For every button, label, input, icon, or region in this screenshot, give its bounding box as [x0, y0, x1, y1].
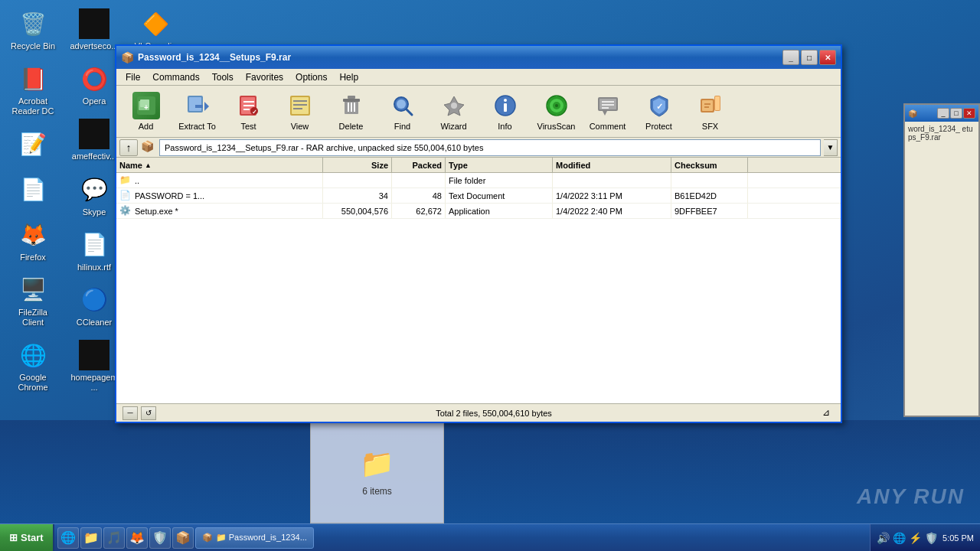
col-header-checksum[interactable]: Checksum: [671, 158, 748, 172]
test-label: Test: [240, 122, 256, 131]
status-buttons: ─ ↺: [122, 406, 156, 420]
taskbar-firefox-taskbar[interactable]: 🦊: [126, 527, 148, 549]
second-winrar-window[interactable]: 📦 _ □ ✕ word_is_1234_ etups_F9.rar: [903, 103, 980, 417]
desktop-icon-acrobat[interactable]: 📕 Acrobat Reader DC: [6, 61, 60, 119]
second-win-close[interactable]: ✕: [963, 108, 975, 119]
file-name-cell: 📄 PASSWORD = 1...: [116, 188, 323, 203]
menu-file[interactable]: File: [119, 70, 146, 84]
word2-icon: 📄: [18, 174, 48, 205]
address-input[interactable]: [159, 139, 821, 156]
winrar-window: 📦 Password_is_1234__Setups_F9.rar _ □ ✕ …: [115, 44, 842, 423]
status-btn-2[interactable]: ↺: [141, 406, 156, 420]
desktop-icon-hilinux[interactable]: 📄 hilinux.rtf: [67, 227, 121, 275]
taskbar-item-icon: 📦: [202, 533, 213, 543]
desktop-icon-ccleaner[interactable]: 🔵 CCleaner: [67, 282, 121, 330]
toolbar-virusscan-button[interactable]: VirusScan: [531, 89, 581, 135]
delete-icon: [338, 92, 365, 119]
second-win-minimize[interactable]: _: [937, 108, 949, 119]
file-name-cell: ⚙️ Setup.exe *: [116, 204, 323, 218]
delete-label: Delete: [339, 122, 364, 131]
exe-file-icon: ⚙️: [119, 205, 132, 217]
desktop-icon-word1[interactable]: 📝: [6, 127, 60, 165]
col-header-size[interactable]: Size: [323, 158, 392, 172]
second-win-controls: _ □ ✕: [937, 108, 975, 119]
menu-tools[interactable]: Tools: [206, 70, 240, 84]
desktop-icon-filezilla[interactable]: 🖥️ FileZilla Client: [6, 272, 60, 330]
taskbar-virus-taskbar[interactable]: 🛡️: [149, 527, 171, 549]
col-header-type[interactable]: Type: [446, 158, 553, 172]
desktop-icon-word2[interactable]: 📄: [6, 172, 60, 210]
toolbar-info-button[interactable]: Info: [480, 89, 530, 135]
toolbar-add-button[interactable]: + Add: [121, 89, 171, 135]
table-row[interactable]: 📁 .. File folder: [116, 173, 841, 188]
tray-icon-3[interactable]: ⚡: [909, 532, 922, 544]
status-bar: ─ ↺ Total 2 files, 550,004,610 bytes ⊿: [116, 403, 841, 422]
tray-icon-virus[interactable]: 🛡️: [925, 532, 938, 544]
col-header-modified[interactable]: Modified: [553, 158, 671, 172]
table-row[interactable]: ⚙️ Setup.exe * 550,004,576 62,672 Applic…: [116, 204, 841, 219]
file-type-cell: Text Document: [446, 188, 553, 203]
desktop-icon-ameffect[interactable]: ameffectiv...: [67, 116, 121, 164]
maximize-button[interactable]: □: [801, 50, 818, 65]
comment-icon: [594, 92, 622, 119]
menu-commands[interactable]: Commands: [146, 70, 205, 84]
svg-rect-33: [504, 103, 507, 112]
col-header-name[interactable]: Name ▲: [116, 158, 323, 172]
taskbar-rar-taskbar[interactable]: 📦: [172, 527, 194, 549]
menu-help[interactable]: Help: [333, 70, 364, 84]
desktop-icon-skype[interactable]: 💬 Skype: [67, 172, 121, 220]
recycle-bin-icon: 🗑️: [18, 8, 48, 39]
table-row[interactable]: 📄 PASSWORD = 1... 34 48 Text Document 1/…: [116, 188, 841, 204]
opera-label: Opera: [83, 96, 106, 106]
taskbar-explorer-button[interactable]: 📁: [80, 527, 102, 549]
toolbar-delete-button[interactable]: Delete: [326, 89, 376, 135]
acrobat-icon: 📕: [18, 64, 48, 94]
toolbar-test-button[interactable]: ✓ Test: [224, 89, 273, 135]
file-list-header: Name ▲ Size Packed Type Modified Checksu…: [116, 158, 841, 173]
file-size-cell: [323, 173, 392, 187]
address-dropdown[interactable]: ▼: [824, 139, 838, 156]
menu-options[interactable]: Options: [289, 70, 333, 84]
toolbar-comment-button[interactable]: Comment: [583, 89, 632, 135]
toolbar-wizard-button[interactable]: Wizard: [429, 89, 479, 135]
close-button[interactable]: ✕: [819, 50, 836, 65]
status-btn-1[interactable]: ─: [122, 406, 138, 420]
taskbar-winrar-item[interactable]: 📦 📁 Password_is_1234...: [195, 527, 314, 549]
toolbar-protect-button[interactable]: ✓ Protect: [634, 89, 684, 135]
desktop-icon-recycle-bin[interactable]: 🗑️ Recycle Bin: [6, 6, 60, 54]
window-titlebar[interactable]: 📦 Password_is_1234__Setups_F9.rar _ □ ✕: [116, 46, 841, 69]
word1-icon: 📝: [18, 129, 48, 160]
status-resize-grip[interactable]: ⊿: [822, 407, 835, 419]
col-header-packed[interactable]: Packed: [392, 158, 446, 172]
svg-rect-7: [195, 105, 203, 108]
tray-icon-1[interactable]: 🔊: [877, 532, 890, 544]
minimize-button[interactable]: _: [782, 50, 799, 65]
toolbar-extract-button[interactable]: Extract To: [172, 89, 222, 135]
file-packed-cell: 62,672: [392, 204, 446, 218]
folder-area[interactable]: 📁 6 items: [310, 420, 444, 523]
tray-icon-2[interactable]: 🌐: [893, 532, 906, 544]
second-win-maximize[interactable]: □: [950, 108, 962, 119]
taskbar-ie-button[interactable]: 🌐: [57, 527, 79, 549]
firefox-icon: 🦊: [18, 220, 48, 250]
taskbar-media-button[interactable]: 🎵: [103, 527, 125, 549]
advertise-icon: [79, 8, 109, 39]
menu-favorites[interactable]: Favorites: [240, 70, 289, 84]
toolbar-sfx-button[interactable]: SFX: [685, 89, 735, 135]
file-checksum-cell: [671, 173, 748, 187]
txt-file-icon: 📄: [119, 190, 132, 202]
desktop-icon-chrome[interactable]: 🌐 Google Chrome: [6, 337, 60, 395]
desktop-icon-homepage[interactable]: homepagem...: [67, 337, 121, 395]
toolbar-view-button[interactable]: View: [275, 89, 325, 135]
toolbar-find-button[interactable]: Find: [377, 89, 427, 135]
svg-rect-22: [348, 96, 355, 99]
desktop-icon-firefox[interactable]: 🦊 Firefox: [6, 217, 60, 265]
start-button[interactable]: ⊞ Start: [0, 524, 54, 551]
skype-icon: 💬: [79, 174, 109, 205]
sfx-icon: [697, 92, 724, 119]
virusscan-label: VirusScan: [537, 122, 576, 131]
desktop-icon-advertise[interactable]: advertseco...: [67, 6, 121, 54]
up-button[interactable]: ↑: [119, 139, 138, 156]
protect-label: Protect: [645, 122, 672, 131]
desktop-icon-opera[interactable]: ⭕ Opera: [67, 61, 121, 109]
